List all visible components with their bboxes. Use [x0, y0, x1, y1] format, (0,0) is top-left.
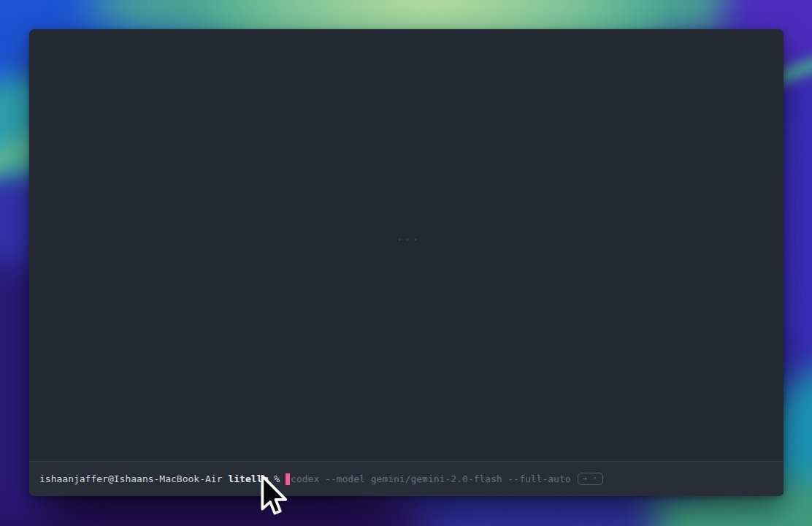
prompt-symbol: %	[274, 474, 280, 484]
terminal-output-area[interactable]: ···	[29, 29, 784, 461]
prompt-directory: litellm	[228, 474, 268, 484]
terminal-prompt-line[interactable]: ishaanjaffer@Ishaans-MacBook-Air litellm…	[29, 461, 784, 496]
prompt-user-host: ishaanjaffer@Ishaans-MacBook-Air	[39, 474, 222, 484]
terminal-ellipsis: ···	[397, 234, 420, 245]
accept-suggestion-key-hint: → ·	[578, 473, 603, 485]
terminal-window[interactable]: ··· ishaanjaffer@Ishaans-MacBook-Air lit…	[29, 29, 784, 496]
autosuggestion-text: codex --model gemini/gemini-2.0-flash --…	[291, 474, 571, 484]
text-cursor	[286, 473, 290, 485]
